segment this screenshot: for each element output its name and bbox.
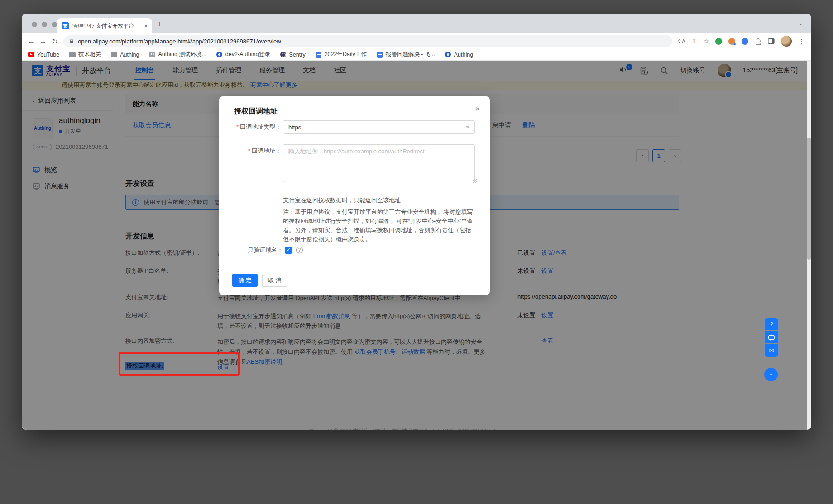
confirm-button[interactable]: 确 定 bbox=[232, 274, 258, 287]
toolbar-icons: 文A ⇧ ☆ ⋮ bbox=[677, 36, 811, 47]
authing-dot-icon bbox=[216, 52, 222, 57]
address-bar[interactable]: open.alipay.com/platform/appManage.htm#/… bbox=[63, 35, 672, 47]
bookmark-authing[interactable]: Authing bbox=[445, 52, 473, 58]
bookmark-dev2-authing[interactable]: dev2-Authing登录 bbox=[216, 51, 270, 58]
textarea-resize-grip[interactable] bbox=[473, 179, 477, 183]
bookmark-alert-doc[interactable]: 报警问题解决 - 飞... bbox=[377, 51, 435, 58]
url-text: open.alipay.com/platform/appManage.htm#/… bbox=[78, 38, 281, 45]
callback-address-input[interactable] bbox=[283, 144, 475, 182]
auth-callback-modal: 授权回调地址 × *回调地址类型： https *回调地址： 支付宝在返回授权数… bbox=[219, 96, 490, 295]
tab-favicon-alipay-icon: 支 bbox=[62, 22, 69, 29]
authing-dot-icon bbox=[445, 52, 451, 57]
bookmark-sentry[interactable]: Sentry bbox=[280, 52, 306, 58]
extension-green-icon[interactable] bbox=[715, 38, 722, 45]
required-asterisk: * bbox=[248, 147, 250, 154]
bookmark-star-icon[interactable]: ☆ bbox=[703, 38, 709, 44]
folder-icon bbox=[69, 52, 76, 57]
help-question-button[interactable]: ? bbox=[765, 318, 778, 330]
domain-only-row: 只验证域名： ✓ ? bbox=[221, 246, 303, 254]
bookmarks-bar: YouTube 技术相关 Authing Authing 测试环境... dev… bbox=[22, 49, 811, 61]
help-circle-icon[interactable]: ? bbox=[296, 247, 303, 253]
bookmark-folder-authing[interactable]: Authing bbox=[111, 52, 139, 58]
share-icon[interactable]: ⇧ bbox=[692, 38, 697, 44]
window-minimize-button[interactable] bbox=[42, 22, 47, 27]
chat-button[interactable] bbox=[765, 331, 778, 343]
cancel-button[interactable]: 取 消 bbox=[262, 274, 287, 287]
modal-note-text: 注：基于用户协议，支付宝开放平台的第三方专业安全机构， 将对您填写的授权回调地址… bbox=[283, 208, 475, 244]
arrow-up-icon: ↑ bbox=[769, 371, 773, 379]
tab-search-chevron-icon[interactable]: ⌄ bbox=[799, 20, 803, 26]
doc-icon bbox=[377, 52, 383, 58]
modal-title: 授权回调地址 bbox=[234, 107, 278, 116]
page-viewport: 支 支付宝 ALIPAY 开放平台 控制台 能力管理 插件管理 服务管理 文档 … bbox=[22, 61, 811, 430]
required-asterisk: * bbox=[236, 124, 239, 130]
browser-window: 支 管理中心-支付宝开放平台 × + ⌄ ← → ↻ open.alipay.c… bbox=[22, 14, 811, 430]
browser-profile-avatar[interactable] bbox=[781, 36, 792, 47]
floating-help-group: ? ✉ bbox=[765, 318, 778, 357]
domain-only-checkbox[interactable]: ✓ bbox=[285, 247, 292, 254]
callback-address-row: *回调地址： bbox=[219, 144, 475, 182]
extensions-puzzle-icon[interactable] bbox=[755, 38, 761, 45]
chevron-down-icon bbox=[466, 126, 469, 128]
folder-icon bbox=[111, 52, 117, 57]
back-button[interactable]: ← bbox=[25, 37, 37, 45]
youtube-icon bbox=[28, 52, 34, 57]
sentry-icon bbox=[280, 52, 286, 57]
bookmark-youtube[interactable]: YouTube bbox=[28, 52, 59, 58]
feedback-mail-button[interactable]: ✉ bbox=[765, 344, 778, 357]
back-to-top-button[interactable]: ↑ bbox=[764, 368, 778, 381]
scrollbar-thumb[interactable] bbox=[807, 138, 811, 260]
bookmark-folder-tech[interactable]: 技术相关 bbox=[69, 51, 101, 58]
browser-titlebar: 支 管理中心-支付宝开放平台 × + ⌄ bbox=[22, 14, 811, 33]
robot-icon bbox=[149, 52, 155, 57]
forward-button[interactable]: → bbox=[37, 37, 49, 45]
browser-tab[interactable]: 支 管理中心-支付宝开放平台 × bbox=[57, 18, 152, 33]
reload-button[interactable]: ↻ bbox=[49, 37, 61, 46]
callback-type-row: *回调地址类型： https bbox=[219, 120, 475, 134]
doc-icon bbox=[316, 52, 321, 58]
translate-icon[interactable]: 文A bbox=[677, 39, 685, 44]
modal-buttons: 确 定 取 消 bbox=[232, 274, 287, 287]
browser-menu-icon[interactable]: ⋮ bbox=[798, 38, 805, 45]
padlock-icon bbox=[69, 38, 74, 44]
new-tab-button[interactable]: + bbox=[158, 20, 162, 28]
callback-type-select[interactable]: https bbox=[283, 120, 475, 134]
tab-close-icon[interactable]: × bbox=[144, 23, 148, 29]
bookmark-daily-doc[interactable]: 2022年Daily工作 bbox=[316, 51, 367, 58]
browser-toolbar: ← → ↻ open.alipay.com/platform/appManage… bbox=[22, 33, 811, 49]
annotation-red-box bbox=[119, 352, 240, 376]
extension-orange-icon[interactable] bbox=[728, 38, 735, 45]
envelope-icon: ✉ bbox=[769, 347, 774, 354]
page-scrollbar[interactable] bbox=[807, 61, 811, 430]
modal-close-icon[interactable]: × bbox=[475, 105, 480, 114]
modal-help-text: 支付宝在返回授权数据时，只能返回至该地址 bbox=[283, 196, 478, 204]
window-close-button[interactable] bbox=[32, 22, 37, 27]
question-icon: ? bbox=[770, 321, 773, 328]
window-zoom-button[interactable] bbox=[52, 22, 57, 27]
tab-title: 管理中心-支付宝开放平台 bbox=[72, 22, 140, 30]
modal-footer-divider bbox=[219, 265, 490, 265]
chat-bubble-icon bbox=[768, 335, 775, 340]
extension-blue-icon[interactable] bbox=[742, 38, 748, 45]
bookmark-authing-test[interactable]: Authing 测试环境... bbox=[149, 51, 206, 58]
sidebar-toggle-icon[interactable] bbox=[768, 38, 775, 44]
